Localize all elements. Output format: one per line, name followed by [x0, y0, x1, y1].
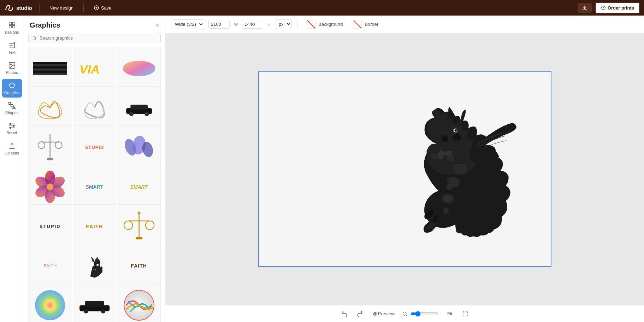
svg-point-23 [129, 112, 133, 116]
svg-point-28 [55, 142, 62, 148]
canvas-frame[interactable] [258, 71, 551, 267]
background-slash-icon [306, 19, 316, 29]
list-item[interactable] [28, 165, 72, 209]
width-input[interactable] [208, 20, 230, 29]
unit-select[interactable]: px [275, 19, 292, 29]
graphic-colorful-ball [122, 288, 156, 322]
graphics-grid: VIA [24, 47, 165, 322]
topbar-divider2 [83, 4, 84, 12]
sidebar-item-designs[interactable]: Designs [2, 18, 22, 37]
redo-button[interactable] [355, 309, 365, 319]
sidebar-item-brand[interactable]: Brand [2, 119, 22, 138]
sidebar-item-designs-label: Designs [5, 30, 19, 34]
save-button[interactable]: Save [91, 4, 114, 12]
graphic-scales [33, 130, 67, 164]
svg-marker-7 [9, 83, 14, 88]
svg-point-6 [10, 64, 11, 65]
order-prints-button[interactable]: Order prints [595, 2, 640, 13]
sidebar-item-shapes[interactable]: Shapes [2, 99, 22, 118]
order-prints-label: Order prints [608, 5, 634, 11]
list-item[interactable]: SMART [117, 165, 161, 209]
svg-point-47 [96, 264, 99, 266]
svg-rect-29 [47, 158, 53, 160]
height-label: H [267, 22, 271, 27]
sidebar-item-photos[interactable]: Photos [2, 59, 22, 77]
list-item[interactable] [117, 204, 161, 248]
canvas-bottom-bar: Preview Fit [165, 305, 644, 322]
graphic-blue-blobs [122, 130, 156, 164]
graphic-smart-gold: SMART [130, 184, 148, 190]
list-item[interactable]: STUPID [28, 204, 72, 248]
sidebar-item-text[interactable]: Text [2, 39, 22, 57]
fit-label: Fit [447, 311, 452, 316]
list-item[interactable] [28, 125, 72, 169]
list-item[interactable]: FAITH [28, 244, 72, 288]
height-input[interactable] [242, 20, 263, 29]
list-item[interactable] [117, 283, 161, 322]
list-item[interactable] [73, 86, 117, 130]
list-item[interactable] [117, 86, 161, 130]
new-design-label: New design [49, 5, 73, 11]
list-item[interactable]: FAITH [117, 244, 161, 288]
search-input[interactable] [40, 35, 157, 41]
panel-header: Graphics × [24, 16, 165, 33]
list-item[interactable] [73, 283, 117, 322]
topbar: studio New design Save Order prints [0, 0, 644, 16]
sidebar-item-graphics[interactable]: Graphics [2, 79, 22, 98]
svg-rect-3 [9, 25, 11, 28]
border-label: Border [365, 22, 378, 27]
graphic-stupid-colorful: STUPID [85, 145, 104, 150]
logo-text: studio [16, 5, 32, 11]
list-item[interactable]: STUPID [73, 125, 117, 169]
sidebar-item-text-label: Text [8, 50, 15, 54]
list-item[interactable]: FAITH [73, 204, 117, 248]
zoom-control [402, 311, 439, 317]
svg-point-14 [33, 36, 36, 39]
canvas-workspace[interactable] [165, 33, 644, 305]
list-item[interactable] [28, 283, 72, 322]
svg-point-24 [144, 112, 149, 116]
graphic-scales-gold [122, 209, 156, 243]
list-item[interactable] [28, 86, 72, 130]
undo-button[interactable] [339, 309, 349, 319]
search-icon [32, 36, 37, 41]
panel-close-button[interactable]: × [155, 22, 159, 29]
border-button[interactable]: Border [350, 18, 381, 31]
list-item[interactable] [117, 47, 161, 90]
graphic-stupid-dark: STUPID [40, 224, 61, 229]
svg-point-42 [124, 221, 132, 229]
sidebar-item-uploads[interactable]: Uploads [2, 139, 22, 158]
dimension-preset-select[interactable]: Wide (3:2) [171, 19, 204, 29]
canvas-toolbar: Wide (3:2) W H px Background [165, 16, 644, 33]
list-item[interactable]: VIA [73, 47, 117, 90]
list-item[interactable] [28, 47, 72, 90]
width-label: W [234, 22, 238, 27]
list-item[interactable] [117, 125, 161, 169]
download-button[interactable] [578, 3, 592, 13]
svg-rect-16 [33, 64, 67, 66]
svg-point-48 [35, 290, 65, 320]
zoom-slider[interactable] [410, 311, 439, 317]
new-design-button[interactable]: New design [47, 4, 76, 12]
graphic-yellow-swirl: VIA [77, 51, 112, 86]
graphic-black-car-2 [77, 288, 112, 322]
svg-point-20 [123, 61, 155, 76]
list-item[interactable] [73, 244, 117, 288]
graphic-colorful-blur [122, 51, 156, 86]
graphic-wolf [77, 248, 112, 283]
preview-label: Preview [378, 311, 395, 316]
list-item[interactable]: SMART [73, 165, 117, 209]
fit-button[interactable]: Fit [444, 310, 455, 318]
dragon-svg [388, 97, 522, 241]
graphics-panel: Graphics × VIA [24, 16, 165, 322]
preview-button[interactable]: Preview [371, 309, 396, 318]
svg-rect-2 [12, 22, 14, 25]
fullscreen-button[interactable] [461, 309, 470, 318]
panel-title: Graphics [30, 21, 60, 29]
border-slash-icon [353, 19, 362, 29]
main-layout: Designs Text Photos Graphics [0, 16, 644, 322]
background-button[interactable]: Background [303, 18, 345, 31]
graphic-striped-text [33, 51, 67, 86]
dragon-graphic[interactable] [388, 95, 522, 244]
graphic-smart-color: SMART [86, 184, 104, 190]
